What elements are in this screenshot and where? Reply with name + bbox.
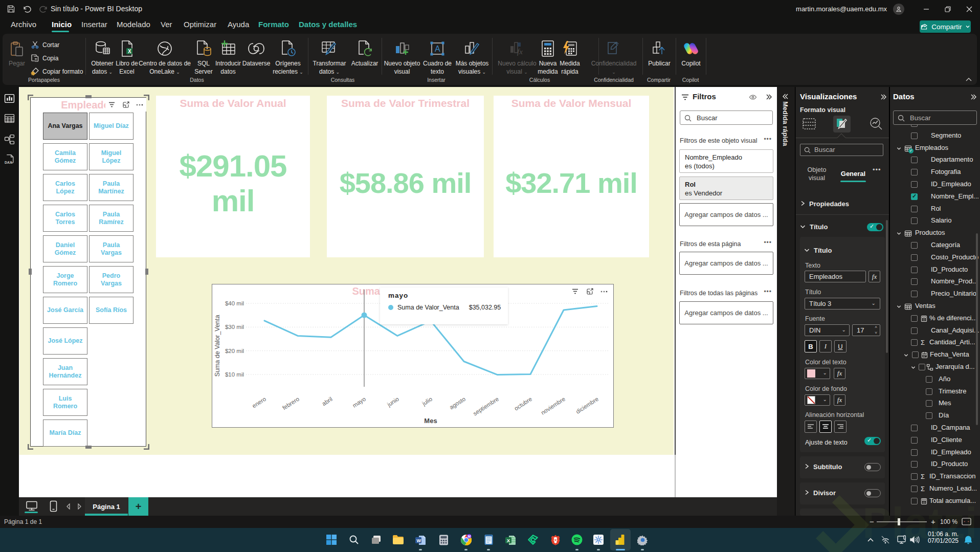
copia-button[interactable] xyxy=(31,54,39,64)
zoom-slider-track[interactable] xyxy=(877,521,927,522)
slicer-visual-empleado[interactable]: Empleados Ana VargasMiguel DíazCamilaGóm… xyxy=(30,97,146,447)
field-checkbox[interactable] xyxy=(926,376,932,383)
field-checkbox[interactable] xyxy=(926,388,932,395)
field-row-id-producto[interactable]: ID_Producto xyxy=(890,264,980,276)
selection-handle-bottom[interactable] xyxy=(85,446,92,449)
redo-icon[interactable] xyxy=(39,5,48,13)
field-checkbox[interactable] xyxy=(911,339,918,346)
notification-bell-icon[interactable] xyxy=(964,535,973,545)
chevron-down-icon[interactable] xyxy=(897,146,901,151)
data-scrollbar[interactable] xyxy=(976,233,978,425)
field-checkbox[interactable] xyxy=(911,461,918,468)
slicer-button-jos-garc-a[interactable]: José García xyxy=(43,297,87,324)
bold-button-active[interactable]: B xyxy=(805,340,817,352)
field-checkbox[interactable] xyxy=(911,278,918,285)
slicer-button-ana-vargas[interactable]: Ana Vargas xyxy=(43,113,87,140)
field-checkbox[interactable] xyxy=(911,425,918,431)
filters-search-box[interactable]: Buscar xyxy=(680,111,773,125)
field-row-canal-adquisi-[interactable]: Canal_Adquisi... xyxy=(890,325,980,337)
slicer-button-carlos-torres[interactable]: CarlosTorres xyxy=(43,205,87,232)
fx-button[interactable]: fx xyxy=(834,394,845,406)
field-row-nombre-prod-[interactable]: Nombre_Prod... xyxy=(890,276,980,288)
slicer-button-paula-mart-nez[interactable]: PaulaMartínez xyxy=(89,174,133,201)
text-color-dropdown[interactable]: ⌄ xyxy=(805,368,830,379)
align-left-button[interactable] xyxy=(805,421,817,433)
slicer-button-camila-g-mez[interactable]: CamilaGómez xyxy=(43,143,87,170)
font-dropdown[interactable]: DIN⌄ xyxy=(805,324,850,336)
minimize-button[interactable] xyxy=(916,0,937,18)
field-row-salario[interactable]: Salario xyxy=(890,215,980,227)
slicer-button-jos-l-pez[interactable]: José López xyxy=(43,327,87,355)
report-canvas[interactable]: Empleados Ana VargasMiguel DíazCamilaGóm… xyxy=(19,85,675,497)
selection-handle-corner[interactable] xyxy=(28,444,33,450)
filter-funnel-icon[interactable] xyxy=(108,102,115,108)
settings-button[interactable] xyxy=(632,528,653,551)
menu-datos-y-detalles[interactable]: Datos y detalles xyxy=(299,20,357,29)
field-row-productos[interactable]: Productos xyxy=(890,227,980,239)
field-checkbox[interactable] xyxy=(911,157,918,163)
focus-mode-icon[interactable] xyxy=(122,101,129,108)
titulo-inner-header[interactable]: Título xyxy=(804,247,832,254)
fit-to-page-icon[interactable] xyxy=(962,518,971,525)
field-row-fecha-venta[interactable]: Fecha_Venta xyxy=(890,349,980,361)
brave-button[interactable] xyxy=(545,528,566,551)
field-checkbox[interactable] xyxy=(911,133,918,139)
filter-card-nombre-empleado[interactable]: Nombre_Empleado es (todos) xyxy=(679,149,773,173)
card-visual-mensual[interactable]: Suma de Valor Mensual $32.71 mil xyxy=(494,96,649,257)
divisor-toggle-off[interactable] xyxy=(864,489,881,497)
save-icon[interactable] xyxy=(7,5,15,13)
field-checkbox[interactable] xyxy=(911,437,918,444)
fx-button[interactable]: fx xyxy=(868,271,880,282)
new-page-button[interactable]: + xyxy=(128,497,148,516)
clock[interactable]: 01:06 a. m. 07/01/2025 xyxy=(928,531,959,544)
field-checkbox[interactable] xyxy=(911,449,918,456)
field-row-cantidad-arti-[interactable]: ΣCantidad_Arti... xyxy=(890,337,980,349)
field-checkbox[interactable] xyxy=(911,291,918,297)
propiedades-section[interactable]: Propiedades xyxy=(800,200,849,208)
tab-objeto-visual[interactable]: Objetovisual xyxy=(801,166,833,182)
word-button[interactable]: W xyxy=(410,528,431,551)
field-row-departamento[interactable]: Departamento xyxy=(890,154,980,166)
field-row-nombre-empl-[interactable]: Nombre_Empl... xyxy=(890,191,980,203)
field-row-total-acumula-[interactable]: Total acumula... xyxy=(890,495,980,507)
menu-inicio[interactable]: Inicio xyxy=(52,20,72,29)
compartir-button[interactable]: Compartir xyxy=(920,20,971,33)
add-data-fields-dropzone[interactable]: Agregar campos de datos ... xyxy=(679,301,773,324)
actualizar-button[interactable]: Actualizar xyxy=(346,37,384,78)
field-checkbox[interactable] xyxy=(926,412,932,419)
field-row-empleados[interactable]: ✓Empleados xyxy=(890,142,980,154)
field-checkbox[interactable] xyxy=(919,364,925,370)
field-row-mes[interactable]: Mes xyxy=(890,398,980,410)
field-row-rol[interactable]: Rol xyxy=(890,203,980,215)
titulo-toggle-on[interactable] xyxy=(867,223,883,231)
slicer-button-miguel-l-pez[interactable]: MiguelLópez xyxy=(89,143,133,170)
more-options-icon[interactable]: ••• xyxy=(764,136,772,143)
analytics-tab-icon[interactable] xyxy=(869,117,883,131)
slicer-button-jorge-romero[interactable]: JorgeRomero xyxy=(43,266,87,293)
selection-handle-right[interactable] xyxy=(145,269,148,275)
copiar-formato-button[interactable] xyxy=(31,67,39,78)
platzi-button[interactable] xyxy=(523,528,543,551)
maximize-button[interactable] xyxy=(937,0,959,18)
slicer-button-paula-ram-rez[interactable]: PaulaRamírez xyxy=(89,205,133,232)
quick-measure-label[interactable]: Medida rápida xyxy=(782,101,789,146)
field-row-d-a[interactable]: Día xyxy=(890,410,980,422)
more-options-icon[interactable]: ••• xyxy=(764,239,772,246)
calculator-button[interactable] xyxy=(433,528,454,551)
zoom-slider-handle[interactable] xyxy=(898,518,900,525)
viz-scrollbar[interactable] xyxy=(886,220,888,353)
selection-handle-corner[interactable] xyxy=(144,444,149,450)
bg-color-dropdown[interactable]: ⌄ xyxy=(805,394,830,406)
divisor-section-card[interactable]: Divisor xyxy=(800,482,885,504)
selection-handle-top[interactable] xyxy=(85,95,92,98)
selection-handle-left[interactable] xyxy=(29,269,32,275)
field-checkbox[interactable] xyxy=(911,169,918,175)
field-row-trimestre[interactable]: Trimestre xyxy=(890,386,980,398)
chevron-down-icon[interactable] xyxy=(897,231,901,236)
search-button[interactable] xyxy=(344,528,364,551)
card-visual-anual[interactable]: Suma de Valor Anual $291.05 mil xyxy=(156,96,310,257)
add-data-fields-dropzone[interactable]: Agregar campos de datos ... xyxy=(679,252,773,275)
field-row-categor-a[interactable]: Categoría xyxy=(890,239,980,252)
menu-ayuda[interactable]: Ayuda xyxy=(228,20,249,29)
font-size-spinner[interactable]: 17˄˅ xyxy=(852,324,880,336)
